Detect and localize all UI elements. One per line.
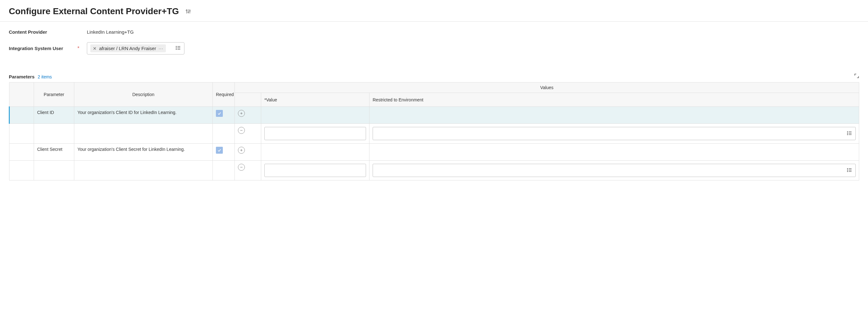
checkbox-checked-icon [216,147,223,154]
integration-user-input[interactable]: ✕ afraiser / LRN Andy Fraiser ··· [87,42,184,55]
table-row [9,124,859,144]
cell-description: Your organization's Client Secret for Li… [74,144,213,160]
svg-point-8 [176,48,177,48]
svg-point-15 [847,131,848,132]
cell-parameter: Client ID [34,107,74,124]
table-row [9,160,859,180]
remove-row-button[interactable] [238,127,245,134]
cell-value [261,160,370,180]
svg-point-26 [847,170,848,170]
cell-parameter [34,124,74,144]
svg-point-24 [847,168,848,169]
cell-required [213,107,235,124]
row-handle[interactable] [9,124,34,144]
cell-action [235,124,261,144]
col-values-group-header: Values [235,83,859,93]
row-handle[interactable] [9,160,34,180]
parameters-count: 2 items [38,74,52,79]
content-provider-value: LinkedIn Learning+TG [87,29,134,35]
col-required-header: Required [213,83,235,107]
cell-action [235,107,261,124]
list-icon[interactable] [846,130,852,137]
required-asterisk: * [78,46,87,51]
cell-parameter: Client Secret [34,144,74,160]
checkbox-checked-icon [216,110,223,117]
cell-environment [370,107,859,124]
list-icon[interactable] [846,167,852,174]
cell-required [213,124,235,144]
cell-value [261,124,370,144]
cell-parameter [34,160,74,180]
cell-environment [370,144,859,160]
expand-icon[interactable] [854,73,859,80]
page-title: Configure External Content Provider+TG [9,6,179,17]
chip-more-icon[interactable]: ··· [159,46,163,51]
cell-description [74,160,213,180]
parameters-header: Parameters 2 items [9,73,859,80]
add-row-button[interactable] [238,110,245,117]
svg-point-17 [847,133,848,134]
parameters-table: Parameter Description Required Values *V… [9,82,859,180]
list-icon[interactable] [175,45,181,52]
cell-value [261,144,370,160]
value-input[interactable] [265,164,366,177]
col-parameter-header: Parameter [34,83,74,107]
cell-required [213,160,235,180]
col-description-header: Description [74,83,213,107]
content-provider-row: Content Provider LinkedIn Learning+TG [9,29,859,35]
remove-row-button[interactable] [238,164,245,171]
col-handle-header [9,83,34,107]
page-header: Configure External Content Provider+TG [9,6,859,17]
settings-icon[interactable] [185,8,191,14]
svg-point-3 [186,10,187,11]
svg-point-28 [847,171,848,172]
table-row[interactable]: Client Secret Your organization's Client… [9,144,859,160]
svg-point-5 [189,10,190,11]
cell-environment [370,124,859,144]
col-value-header: *Value [261,93,370,107]
user-chip-label: afraiser / LRN Andy Fraiser [99,46,156,51]
svg-point-6 [176,46,177,47]
add-row-button[interactable] [238,147,245,154]
value-input[interactable] [265,127,366,140]
cell-required [213,144,235,160]
col-action-header [235,93,261,107]
cell-description: Your organization's Client ID for Linked… [74,107,213,124]
cell-environment [370,160,859,180]
table-row[interactable]: Client ID Your organization's Client ID … [9,107,859,124]
svg-point-10 [176,49,177,50]
parameters-title: Parameters [9,74,35,79]
content-provider-label: Content Provider [9,29,78,35]
cell-description [74,124,213,144]
row-handle[interactable] [9,107,34,124]
user-chip: ✕ afraiser / LRN Andy Fraiser ··· [90,45,166,52]
integration-user-row: Integration System User * ✕ afraiser / L… [9,42,859,55]
svg-point-4 [188,12,188,13]
integration-user-label: Integration System User [9,46,78,51]
environment-input[interactable] [373,164,856,177]
cell-action [235,160,261,180]
remove-chip-icon[interactable]: ✕ [93,46,97,51]
row-handle[interactable] [9,144,34,160]
col-environment-header: Restricted to Environment [370,93,859,107]
cell-action [235,144,261,160]
environment-input[interactable] [373,127,856,140]
cell-value [261,107,370,124]
svg-point-19 [847,134,848,135]
